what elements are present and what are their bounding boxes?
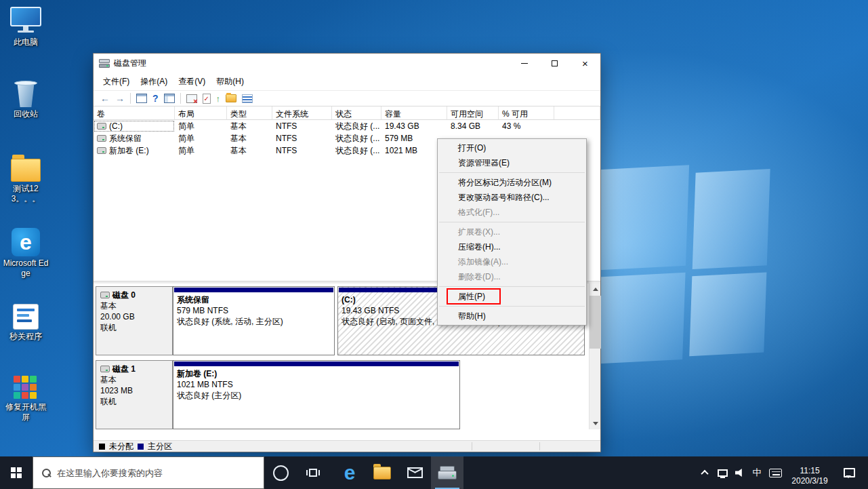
edge-taskbar-button[interactable]	[333, 456, 366, 489]
volume-row-c[interactable]: (C:) 简单 基本 NTFS 状态良好 (... 19.43 GB 8.34 …	[94, 120, 600, 132]
desktop-icon-label: 此电脑	[14, 37, 38, 47]
desktop-icon-label: 修复开机黑屏	[2, 402, 49, 423]
toolbar-separator	[180, 93, 181, 104]
scrollbar-thumb[interactable]	[590, 296, 601, 349]
windows-logo-icon	[11, 467, 22, 479]
menu-item-open[interactable]: 打开(O)	[438, 140, 586, 155]
file-explorer-button[interactable]	[366, 456, 398, 489]
menu-item-change-drive-letter[interactable]: 更改驱动器号和路径(C)...	[438, 190, 586, 205]
action-center-icon	[844, 468, 855, 477]
edge-icon	[344, 463, 356, 483]
status-bar: 未分配 主分区	[94, 440, 600, 452]
wallpaper-window-shape	[589, 161, 773, 368]
close-icon	[582, 58, 588, 69]
task-view-icon	[306, 467, 320, 478]
maximize-button[interactable]	[539, 54, 570, 73]
back-icon[interactable]	[100, 94, 110, 103]
volume-context-menu: 打开(O) 资源管理器(E) 将分区标记为活动分区(M) 更改驱动器号和路径(C…	[437, 138, 587, 326]
menu-bar: 文件(F) 操作(A) 查看(V) 帮助(H)	[94, 73, 600, 90]
partition-system-reserved[interactable]: 系统保留 579 MB NTFS 状态良好 (系统, 活动, 主分区)	[173, 286, 335, 355]
speaker-icon	[735, 468, 745, 477]
edge-icon	[12, 228, 40, 256]
file-explorer-icon	[373, 467, 391, 480]
minimize-button[interactable]	[509, 54, 539, 73]
close-button[interactable]	[570, 54, 600, 73]
column-header-free-space[interactable]: 可用空间	[447, 106, 499, 120]
title-bar: 磁盘管理	[94, 54, 600, 73]
menu-view[interactable]: 查看(V)	[173, 73, 211, 90]
taskbar: 中 11:15 2020/3/19	[0, 456, 868, 489]
app-window-icon	[13, 304, 39, 330]
tray-overflow-button[interactable]	[696, 456, 714, 489]
menu-item-format: 格式化(F)...	[438, 205, 586, 220]
primary-partition-bar	[174, 288, 333, 292]
network-button[interactable]	[714, 456, 731, 489]
action-pane-icon[interactable]	[164, 94, 175, 103]
column-header-volume[interactable]: 卷	[94, 106, 175, 120]
column-header-capacity[interactable]: 容量	[381, 106, 447, 120]
volume-icon	[97, 135, 106, 142]
toolbar-separator	[130, 93, 131, 104]
screen-x-icon[interactable]	[186, 94, 197, 103]
column-header-type[interactable]: 类型	[227, 106, 272, 120]
taskbar-search[interactable]	[33, 456, 264, 489]
column-header-filler	[554, 106, 600, 120]
task-view-button[interactable]	[297, 456, 329, 489]
list-view-icon[interactable]	[242, 94, 253, 103]
legend-unallocated-swatch	[99, 444, 105, 450]
desktop-icon-seconds-app[interactable]: 秒关程序	[1, 304, 50, 342]
search-input[interactable]	[57, 468, 247, 478]
desktop-icon-label: 秒关程序	[9, 332, 42, 342]
folder-tool-icon[interactable]	[226, 94, 236, 102]
desktop-icon-recycle-bin[interactable]: 回收站	[1, 79, 50, 119]
up-arrow-icon[interactable]	[216, 94, 221, 103]
folder-icon	[11, 159, 41, 182]
start-button[interactable]	[0, 456, 33, 489]
menu-separator	[439, 172, 585, 173]
disk-management-app-icon	[99, 59, 110, 68]
system-tray: 中 11:15 2020/3/19	[696, 456, 868, 489]
menu-item-explorer[interactable]: 资源管理器(E)	[438, 155, 586, 170]
column-header-status[interactable]: 状态	[332, 106, 381, 120]
disk0-info[interactable]: 磁盘 0 基本 20.00 GB 联机	[96, 286, 173, 355]
desktop-icon-label: Microsoft Edge	[2, 258, 49, 279]
taskbar-clock[interactable]: 11:15 2020/3/19	[785, 460, 834, 486]
column-header-filesystem[interactable]: 文件系统	[272, 106, 332, 120]
maximize-icon	[552, 60, 558, 66]
menu-item-help[interactable]: 帮助(H)	[438, 309, 586, 324]
partition-new-volume-e[interactable]: 新加卷 (E:) 1021 MB NTFS 状态良好 (主分区)	[173, 360, 460, 429]
window-title: 磁盘管理	[114, 58, 146, 69]
desktop-icon-fix-bootscreen[interactable]: 修复开机黑屏	[1, 376, 50, 423]
column-header-layout[interactable]: 布局	[175, 106, 227, 120]
mail-button[interactable]	[398, 456, 431, 489]
colored-cube-icon	[14, 376, 38, 400]
chevron-up-icon	[701, 470, 708, 477]
desktop-icon-test-folder[interactable]: 测试123。。。	[1, 153, 50, 204]
menu-help[interactable]: 帮助(H)	[211, 73, 249, 90]
disk-management-taskbar-button[interactable]	[431, 456, 463, 489]
recycle-bin-icon	[14, 79, 37, 107]
console-tree-icon[interactable]	[136, 94, 147, 103]
cortana-button[interactable]	[264, 456, 297, 489]
disk1-info[interactable]: 磁盘 1 基本 1023 MB 联机	[96, 360, 173, 429]
check-document-icon[interactable]	[203, 94, 211, 104]
legend-unallocated-label: 未分配	[109, 441, 133, 452]
action-center-button[interactable]	[834, 456, 864, 489]
forward-icon[interactable]	[115, 94, 125, 103]
menu-action[interactable]: 操作(A)	[135, 73, 173, 90]
menu-item-properties[interactable]: 属性(P)	[438, 289, 586, 304]
column-header-percent-free[interactable]: % 可用	[499, 106, 554, 120]
menu-file[interactable]: 文件(F)	[98, 73, 135, 90]
desktop-icon-edge[interactable]: Microsoft Edge	[1, 228, 50, 279]
clock-date: 2020/3/19	[785, 476, 834, 486]
desktop-icon-this-pc[interactable]: 此电脑	[1, 7, 50, 47]
touch-keyboard-button[interactable]	[765, 456, 785, 489]
vertical-scrollbar[interactable]	[589, 283, 600, 429]
scroll-down-icon[interactable]	[590, 418, 601, 429]
scroll-up-icon[interactable]	[590, 283, 601, 295]
ime-indicator[interactable]: 中	[749, 456, 765, 489]
volume-button[interactable]	[731, 456, 749, 489]
menu-item-shrink-volume[interactable]: 压缩卷(H)...	[438, 239, 586, 254]
menu-item-mark-active[interactable]: 将分区标记为活动分区(M)	[438, 175, 586, 190]
help-icon[interactable]	[152, 94, 159, 103]
